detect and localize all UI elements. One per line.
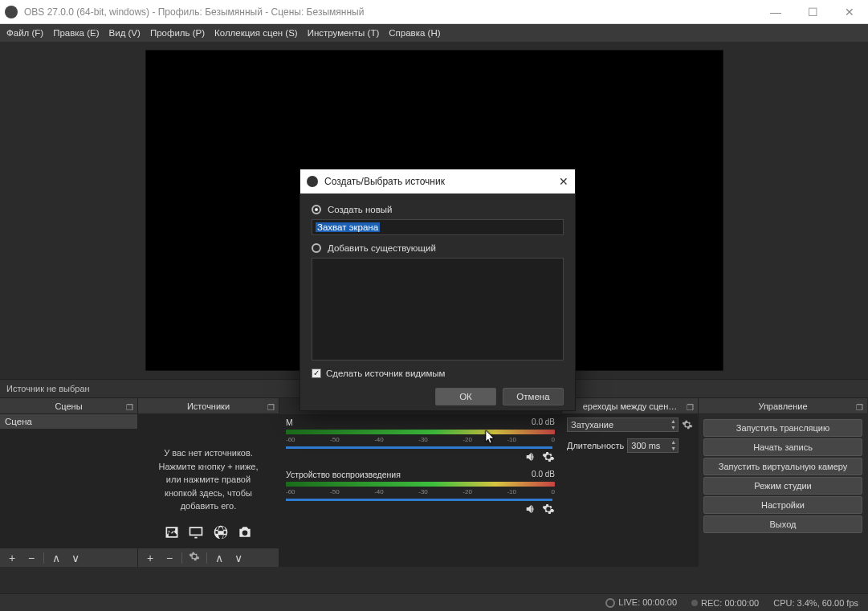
transition-combo[interactable]: Затухание ▲▼ [567, 418, 679, 432]
source-settings-button[interactable] [185, 551, 203, 565]
rec-status: REC: 00:00:00 [691, 598, 759, 608]
radio-icon [312, 205, 321, 214]
transitions-dock: ереходы между сцен… ❐ Затухание ▲▼ Длите… [562, 398, 699, 567]
start-stream-button[interactable]: Запустить трансляцию [703, 419, 862, 437]
scenes-dock: Сцены ❐ Сцена + − ∧ ∨ [0, 398, 138, 567]
detach-icon[interactable]: ❐ [124, 400, 134, 409]
vu-meter-1 [286, 430, 555, 434]
live-status: LIVE: 00:00:00 [605, 597, 677, 608]
settings-button[interactable]: Настройки [703, 496, 862, 514]
detach-icon[interactable]: ❐ [266, 400, 275, 409]
menu-view[interactable]: Вид (V) [109, 28, 141, 38]
close-icon[interactable]: ✕ [559, 175, 568, 188]
remove-scene-button[interactable]: − [22, 551, 40, 565]
sources-list[interactable]: У вас нет источников. Нажмите кнопку + н… [138, 414, 279, 548]
studio-mode-button[interactable]: Режим студии [703, 477, 862, 495]
cpu-status: CPU: 3.4%, 60.00 fps [773, 598, 858, 608]
dialog-body: Создать новый Захват экрана Добавить сущ… [300, 193, 575, 410]
start-record-button[interactable]: Начать запись [703, 438, 862, 456]
volume-slider-1[interactable] [286, 446, 552, 449]
scene-item[interactable]: Сцена [0, 414, 137, 429]
radio-create-new[interactable]: Создать новый [312, 205, 564, 214]
make-visible-checkbox[interactable]: ✓ Сделать источник видимым [312, 369, 564, 378]
globe-icon [212, 524, 230, 540]
menubar: Файл (F) Правка (E) Вид (V) Профиль (P) … [0, 24, 868, 42]
exit-button[interactable]: Выход [703, 515, 862, 533]
sources-toolbar: + − ∧ ∨ [138, 548, 279, 567]
add-scene-button[interactable]: + [3, 551, 21, 565]
mixer-ch2-db: 0.0 dB [532, 470, 555, 479]
menu-edit[interactable]: Правка (E) [53, 28, 99, 38]
scenes-toolbar: + − ∧ ∨ [0, 548, 137, 567]
controls-body: Запустить трансляцию Начать запись Запус… [699, 414, 867, 567]
volume-slider-2[interactable] [286, 499, 552, 501]
sources-empty-text: У вас нет источников. Нажмите кнопку + н… [138, 414, 279, 518]
radio-icon [312, 243, 321, 253]
duration-spinbox[interactable]: 300 ms ▲▼ [627, 438, 679, 453]
app-icon [5, 6, 18, 18]
mixer-dock: Микшер М 0.0 dB -60-50-40-30-20-100 [279, 398, 562, 567]
docks: Сцены ❐ Сцена + − ∧ ∨ Источники ❐ У вас … [0, 398, 868, 567]
mixer-ch1-name: М [286, 418, 293, 427]
no-source-label: Источник не выбран [6, 384, 90, 393]
transitions-header: ереходы между сцен… ❐ [562, 398, 698, 414]
transitions-body: Затухание ▲▼ Длительность 300 ms ▲▼ [562, 414, 698, 567]
ok-button[interactable]: ОК [435, 388, 496, 405]
gear-icon[interactable] [542, 450, 555, 463]
radio-add-existing[interactable]: Добавить существующий [312, 243, 564, 253]
app-icon [307, 176, 318, 187]
detach-icon[interactable]: ❐ [854, 400, 864, 409]
detach-icon[interactable]: ❐ [685, 400, 695, 409]
sources-header: Источники ❐ [138, 398, 279, 414]
source-name-input[interactable]: Захват экрана [312, 219, 564, 235]
mixer-ch1-db: 0.0 dB [532, 418, 555, 427]
window-titlebar: OBS 27.0.0 (64-bit, windows) - Профиль: … [0, 0, 868, 24]
meter-scale: -60-50-40-30-20-100 [286, 488, 555, 495]
mixer-channel-2: Устройство воспроизведения 0.0 dB -60-50… [279, 466, 561, 519]
controls-dock: Управление ❐ Запустить трансляцию Начать… [699, 398, 867, 567]
add-source-button[interactable]: + [141, 551, 159, 565]
menu-file[interactable]: Файл (F) [6, 28, 43, 38]
camera-icon [236, 524, 254, 540]
scene-up-button[interactable]: ∧ [47, 551, 65, 565]
statusbar: LIVE: 00:00:00 REC: 00:00:00 CPU: 3.4%, … [0, 593, 868, 611]
source-up-button[interactable]: ∧ [210, 551, 228, 565]
remove-source-button[interactable]: − [161, 551, 178, 565]
meter-scale: -60-50-40-30-20-100 [286, 436, 555, 443]
close-button[interactable]: ✕ [831, 0, 868, 24]
scene-down-button[interactable]: ∨ [67, 551, 84, 565]
sources-empty-icons [138, 524, 279, 544]
maximize-button[interactable]: ☐ [794, 0, 831, 24]
scenes-list[interactable]: Сцена [0, 414, 137, 548]
menu-help[interactable]: Справка (H) [389, 28, 440, 38]
dialog-titlebar[interactable]: Создать/Выбрать источник ✕ [300, 169, 575, 193]
monitor-icon [187, 524, 205, 540]
minimize-button[interactable]: — [757, 0, 794, 24]
menu-scene-collection[interactable]: Коллекция сцен (S) [214, 28, 298, 38]
picture-icon [163, 524, 181, 540]
window-title: OBS 27.0.0 (64-bit, windows) - Профиль: … [24, 6, 364, 18]
window-controls: — ☐ ✕ [757, 0, 868, 24]
sources-dock: Источники ❐ У вас нет источников. Нажмит… [138, 398, 279, 567]
mixer-ch2-name: Устройство воспроизведения [286, 470, 401, 479]
speaker-icon[interactable] [524, 503, 537, 515]
dialog-title: Создать/Выбрать источник [324, 176, 445, 187]
dialog-footer: ОК Отмена [312, 388, 564, 405]
create-source-dialog: Создать/Выбрать источник ✕ Создать новый… [300, 169, 576, 411]
duration-label: Длительность [567, 441, 624, 450]
cancel-button[interactable]: Отмена [503, 388, 564, 405]
controls-header: Управление ❐ [699, 398, 867, 414]
vu-meter-2 [286, 482, 555, 487]
mixer-channel-1: М 0.0 dB -60-50-40-30-20-100 [279, 414, 561, 466]
menu-tools[interactable]: Инструменты (T) [308, 28, 380, 38]
source-down-button[interactable]: ∨ [230, 551, 247, 565]
mixer-body: М 0.0 dB -60-50-40-30-20-100 Устройство … [279, 414, 561, 567]
speaker-icon[interactable] [524, 450, 537, 463]
checkbox-icon: ✓ [312, 369, 321, 378]
menu-profile[interactable]: Профиль (P) [150, 28, 205, 38]
gear-icon[interactable] [542, 503, 555, 515]
gear-icon[interactable] [682, 419, 693, 430]
scenes-header: Сцены ❐ [0, 398, 137, 414]
existing-sources-list[interactable] [312, 258, 564, 360]
start-vcam-button[interactable]: Запустить виртуальную камеру [703, 458, 862, 475]
